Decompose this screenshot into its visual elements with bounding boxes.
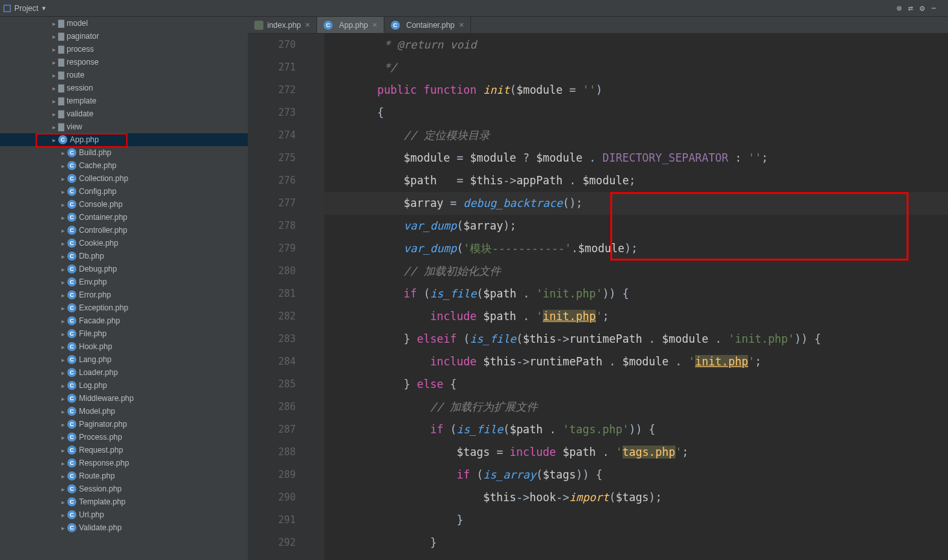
file-item[interactable]: ▸CLoader.php [0,366,248,379]
expand-arrow-icon[interactable]: ▸ [58,253,67,260]
file-item[interactable]: ▸CRoute.php [0,469,248,482]
expand-arrow-icon[interactable]: ▸ [58,369,67,376]
expand-arrow-icon[interactable]: ▸ [58,421,67,428]
folder-item[interactable]: ▸▇session [0,81,248,94]
expand-arrow-icon[interactable]: ▸ [58,240,67,247]
expand-arrow-icon[interactable]: ▸ [58,292,67,299]
file-item[interactable]: ▸CSession.php [0,482,248,495]
expand-arrow-icon[interactable]: ▸ [58,382,67,389]
code-line[interactable]: $module = $module ? $module . DIRECTORY_… [324,147,948,169]
file-item[interactable]: ▸CProcess.php [0,431,248,444]
expand-arrow-icon[interactable]: ▸ [58,188,67,195]
code-line[interactable]: $tags = include $path . 'tags.php'; [324,441,948,464]
file-item[interactable]: ▸CController.php [0,224,248,237]
expand-arrow-icon[interactable]: ▸ [58,524,67,532]
expand-arrow-icon[interactable]: ▸ [58,214,67,221]
file-item[interactable]: ▸CPaginator.php [0,418,248,431]
code-line[interactable]: if (is_file($path . 'tags.php')) { [324,418,948,441]
close-icon[interactable]: ✕ [372,21,377,28]
code-line[interactable]: * @return void [324,34,948,56]
expand-arrow-icon[interactable]: ▸ [58,266,67,273]
expand-arrow-icon[interactable]: ▸ [58,201,67,208]
editor-tab[interactable]: index.php✕ [248,17,317,33]
code-line[interactable]: } [324,509,948,532]
code-line[interactable]: { [324,102,948,124]
expand-arrow-icon[interactable]: ▸ [58,460,67,467]
expand-arrow-icon[interactable]: ▸ [58,408,67,415]
expand-arrow-icon[interactable]: ▸ [58,162,67,169]
code-line[interactable]: // 定位模块目录 [324,124,948,147]
file-item[interactable]: ▸CLog.php [0,379,248,392]
code-line[interactable]: include $this->runtimePath . $module . '… [324,350,948,373]
file-item[interactable]: ▸CFacade.php [0,314,248,327]
file-item[interactable]: ▸CLang.php [0,353,248,366]
project-tree[interactable]: ▸▇model▸▇paginator▸▇process▸▇response▸▇r… [0,17,248,560]
folder-item[interactable]: ▸▇paginator [0,30,248,43]
code-line[interactable]: if (is_array($tags)) { [324,464,948,486]
expand-arrow-icon[interactable]: ▸ [49,111,58,118]
code-line[interactable]: } elseif (is_file($this->runtimePath . $… [324,328,948,350]
expand-arrow-icon[interactable]: ▸ [58,318,67,325]
code-line[interactable]: // 加载行为扩展文件 [324,396,948,418]
code-line[interactable]: if (is_file($path . 'init.php')) { [324,283,948,305]
folder-item[interactable]: ▸▇view [0,120,248,133]
expand-arrow-icon[interactable]: ▸ [58,499,67,506]
code-editor[interactable]: 2702712722732742752762772782792802812822… [248,34,948,560]
expand-arrow-icon[interactable]: ▸ [49,59,58,66]
file-item[interactable]: ▸CUrl.php [0,508,248,521]
expand-arrow-icon[interactable]: ▸ [58,279,67,286]
file-item[interactable]: ▸CApp.php [0,133,248,146]
expand-arrow-icon[interactable]: ▸ [58,434,67,441]
folder-item[interactable]: ▸▇validate [0,107,248,120]
expand-arrow-icon[interactable]: ▸ [49,46,58,53]
code-line[interactable]: var_dump($array); [324,215,948,237]
expand-arrow-icon[interactable]: ▸ [58,330,67,338]
file-item[interactable]: ▸CContainer.php [0,211,248,224]
file-item[interactable]: ▸CResponse.php [0,457,248,469]
file-item[interactable]: ▸CMiddleware.php [0,392,248,405]
expand-arrow-icon[interactable]: ▸ [58,356,67,363]
file-item[interactable]: ▸CHook.php [0,340,248,353]
expand-arrow-icon[interactable]: ▸ [58,227,67,234]
expand-arrow-icon[interactable]: ▸ [58,473,67,480]
file-item[interactable]: ▸CCache.php [0,159,248,172]
code-line[interactable]: public function init($module = '') [324,79,948,102]
code-line[interactable]: // 加载初始化文件 [324,260,948,283]
file-item[interactable]: ▸CDb.php [0,250,248,263]
expand-arrow-icon[interactable]: ▸ [58,512,67,519]
folder-item[interactable]: ▸▇model [0,17,248,30]
file-item[interactable]: ▸CModel.php [0,405,248,418]
code-line[interactable]: $path = $this->appPath . $module; [324,169,948,192]
expand-arrow-icon[interactable]: ▸ [58,149,67,156]
expand-arrow-icon[interactable]: ▸ [58,305,67,312]
expand-arrow-icon[interactable]: ▸ [58,175,67,182]
code-line[interactable]: $this->hook->import($tags); [324,486,948,509]
expand-arrow-icon[interactable]: ▸ [58,486,67,493]
locate-icon[interactable]: ⊚ [897,3,902,13]
expand-arrow-icon[interactable]: ▸ [58,343,67,350]
file-item[interactable]: ▸CValidate.php [0,521,248,534]
expand-arrow-icon[interactable]: ▸ [49,20,58,27]
file-item[interactable]: ▸CFile.php [0,327,248,340]
expand-arrow-icon[interactable]: ▸ [49,98,58,105]
editor-tab[interactable]: CApp.php✕ [317,17,384,33]
settings-icon[interactable]: ⇄ [909,3,914,13]
file-item[interactable]: ▸CConfig.php [0,185,248,198]
collapse-icon[interactable]: − [931,3,936,13]
file-item[interactable]: ▸CDebug.php [0,263,248,275]
file-item[interactable]: ▸CTemplate.php [0,495,248,508]
gear-icon[interactable]: ⚙ [920,3,925,13]
folder-item[interactable]: ▸▇route [0,69,248,81]
folder-item[interactable]: ▸▇response [0,56,248,69]
file-item[interactable]: ▸CError.php [0,288,248,301]
expand-arrow-icon[interactable]: ▸ [49,85,58,92]
file-item[interactable]: ▸CEnv.php [0,275,248,288]
code-line[interactable]: var_dump('模块-----------'.$module); [324,237,948,260]
editor-tab[interactable]: CContainer.php✕ [384,17,471,33]
folder-item[interactable]: ▸▇template [0,94,248,107]
file-item[interactable]: ▸CConsole.php [0,198,248,211]
expand-arrow-icon[interactable]: ▸ [58,447,67,454]
file-item[interactable]: ▸CBuild.php [0,146,248,159]
code-line[interactable]: */ [324,56,948,79]
expand-arrow-icon[interactable]: ▸ [49,136,58,144]
